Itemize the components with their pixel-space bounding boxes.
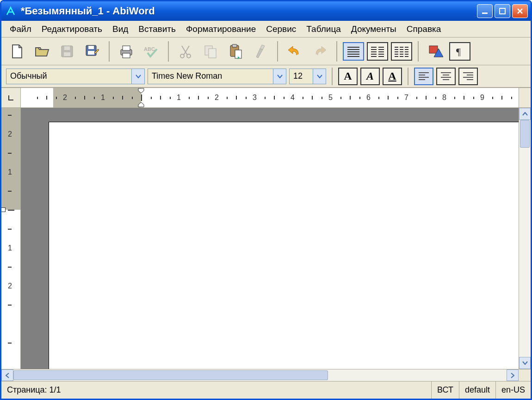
scroll-track[interactable] (13, 369, 507, 381)
svg-text:¶: ¶ (456, 46, 461, 57)
app-icon (4, 5, 17, 18)
svg-rect-7 (88, 46, 94, 49)
style-value: Обычный (6, 71, 131, 81)
undo-button[interactable] (284, 40, 306, 62)
svg-rect-9 (123, 46, 130, 50)
align-left-button[interactable] (414, 68, 433, 85)
toolbar-sep (109, 41, 110, 62)
menu-file[interactable]: Файл (5, 22, 36, 36)
spellcheck-button[interactable]: ABC (140, 40, 162, 62)
scroll-left-button[interactable] (1, 369, 13, 381)
scroll-thumb[interactable] (520, 120, 530, 148)
status-page: Страница: 1/1 (1, 381, 214, 399)
font-combo[interactable]: Times New Roman (148, 69, 286, 84)
window-title: *Безымянный_1 - AbiWord (21, 5, 477, 17)
toolbar-sep (168, 41, 169, 62)
horizontal-scrollbar (1, 369, 531, 381)
copy-button[interactable] (199, 40, 222, 62)
svg-rect-6 (88, 51, 94, 55)
redo-button[interactable] (309, 40, 331, 62)
pilcrow-button[interactable]: ¶ (449, 42, 470, 61)
menu-insert[interactable]: Вставить (134, 22, 180, 36)
titlebar: *Безымянный_1 - AbiWord (1, 1, 531, 21)
dropdown-arrow-icon[interactable] (131, 69, 144, 84)
format-painter-button[interactable] (249, 40, 272, 62)
paste-button[interactable] (224, 40, 247, 62)
underline-button[interactable]: A (383, 68, 402, 85)
menu-edit[interactable]: Редактировать (37, 22, 107, 36)
scroll-down-button[interactable] (519, 357, 531, 369)
standard-toolbar: ABC (1, 38, 531, 65)
workarea: 2112345678910 2112 (1, 88, 531, 381)
svg-rect-10 (123, 53, 130, 58)
dropdown-arrow-icon[interactable] (273, 69, 286, 84)
shapes-button[interactable] (424, 40, 446, 62)
app-window: *Безымянный_1 - AbiWord Файл Редактирова… (0, 0, 532, 400)
svg-point-12 (180, 54, 184, 58)
doc-area: 2112 (1, 108, 531, 369)
italic-button[interactable]: A (360, 68, 380, 85)
scroll-right-button[interactable] (507, 369, 519, 381)
col-1-button[interactable] (343, 42, 364, 61)
close-button[interactable] (512, 4, 528, 18)
window-controls (477, 4, 528, 18)
save-as-button[interactable] (81, 40, 103, 62)
svg-text:ABC: ABC (144, 46, 155, 52)
document-page[interactable] (49, 122, 519, 369)
size-value: 12 (290, 71, 313, 81)
maximize-button[interactable] (495, 4, 510, 18)
statusbar: Страница: 1/1 ВСТ default en-US (1, 381, 531, 399)
status-insert[interactable]: ВСТ (431, 381, 459, 399)
svg-rect-17 (232, 44, 237, 47)
status-lang[interactable]: en-US (495, 381, 531, 399)
toolbar-sep (277, 41, 278, 62)
bold-button[interactable]: A (338, 68, 358, 85)
toolbar-sep (332, 68, 333, 85)
scroll-thumb[interactable] (13, 370, 328, 380)
scroll-track[interactable] (519, 120, 531, 357)
menu-view[interactable]: Вид (108, 22, 133, 36)
align-right-button[interactable] (458, 68, 478, 85)
style-combo[interactable]: Обычный (6, 69, 145, 84)
svg-rect-1 (500, 8, 505, 14)
menubar: Файл Редактировать Вид Вставить Форматир… (1, 21, 531, 38)
vertical-scrollbar (519, 108, 531, 369)
print-button[interactable] (115, 40, 137, 62)
menu-service[interactable]: Сервис (261, 22, 301, 36)
format-toolbar: Обычный Times New Roman 12 A A A (1, 65, 531, 88)
menu-table[interactable]: Таблица (302, 22, 346, 36)
menu-documents[interactable]: Документы (346, 22, 401, 36)
svg-rect-0 (482, 12, 488, 14)
scroll-corner (519, 369, 531, 381)
font-value: Times New Roman (148, 71, 273, 81)
vertical-ruler[interactable]: 2112 (1, 108, 21, 369)
toolbar-sep (336, 41, 337, 62)
svg-rect-15 (209, 49, 216, 58)
page-viewport[interactable] (21, 108, 519, 369)
menu-help[interactable]: Справка (402, 22, 446, 36)
svg-rect-4 (64, 46, 70, 50)
status-style[interactable]: default (459, 381, 495, 399)
toolbar-sep (408, 68, 408, 85)
ruler-corner[interactable] (1, 88, 21, 107)
menu-format[interactable]: Форматирование (181, 22, 260, 36)
open-button[interactable] (31, 40, 53, 62)
horizontal-ruler[interactable]: 2112345678910 (21, 88, 519, 107)
cut-button[interactable] (174, 40, 197, 62)
ruler-row: 2112345678910 (1, 88, 531, 108)
align-center-button[interactable] (436, 68, 456, 85)
col-2-button[interactable] (367, 42, 388, 61)
minimize-button[interactable] (477, 4, 493, 18)
dropdown-arrow-icon[interactable] (313, 69, 326, 84)
svg-point-13 (187, 54, 191, 58)
size-combo[interactable]: 12 (289, 69, 326, 84)
save-button[interactable] (56, 40, 78, 62)
new-button[interactable] (6, 40, 28, 62)
toolbar-sep (418, 41, 419, 62)
svg-rect-3 (64, 52, 70, 56)
col-3-button[interactable] (391, 42, 412, 61)
scroll-up-button[interactable] (519, 108, 531, 120)
ruler-end (519, 88, 531, 107)
